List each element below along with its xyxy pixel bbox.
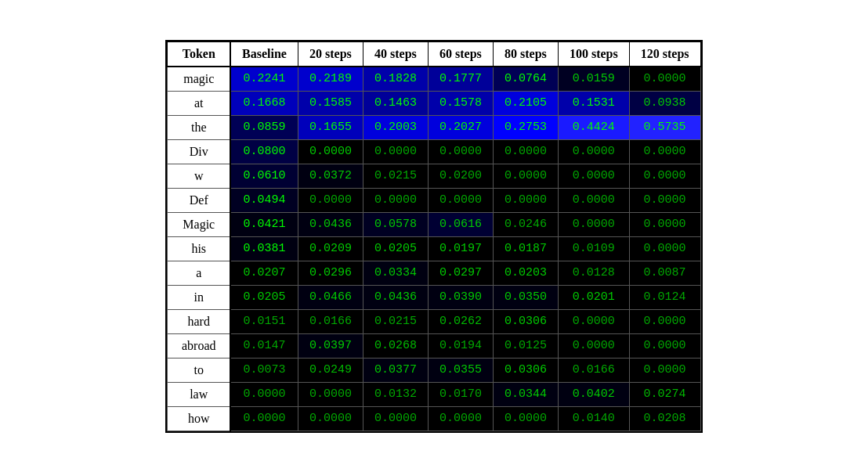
cell-10-3: 0.0262 xyxy=(428,309,493,333)
cell-10-4: 0.0306 xyxy=(493,309,558,333)
cell-5-2: 0.0000 xyxy=(363,188,428,212)
cell-6-2: 0.0578 xyxy=(363,212,428,236)
cell-12-5: 0.0166 xyxy=(558,358,629,382)
cell-7-0: 0.0381 xyxy=(230,236,298,261)
table-row: in0.02050.04660.04360.03900.03500.02010.… xyxy=(168,285,700,309)
cell-11-4: 0.0125 xyxy=(493,333,558,358)
cell-12-0: 0.0073 xyxy=(230,358,298,382)
cell-14-4: 0.0000 xyxy=(493,406,558,431)
cell-10-0: 0.0151 xyxy=(230,309,298,333)
table-row: Magic0.04210.04360.05780.06160.02460.000… xyxy=(168,212,700,236)
token-law: law xyxy=(168,382,230,406)
header-baseline: Baseline xyxy=(230,41,298,67)
token-Def: Def xyxy=(168,188,230,212)
table-row: Div0.08000.00000.00000.00000.00000.00000… xyxy=(168,139,700,164)
token-at: at xyxy=(168,91,230,115)
cell-4-3: 0.0200 xyxy=(428,164,493,188)
cell-0-1: 0.2189 xyxy=(298,67,363,92)
cell-6-5: 0.0000 xyxy=(558,212,629,236)
cell-12-3: 0.0355 xyxy=(428,358,493,382)
cell-10-1: 0.0166 xyxy=(298,309,363,333)
cell-5-3: 0.0000 xyxy=(428,188,493,212)
table-row: Def0.04940.00000.00000.00000.00000.00000… xyxy=(168,188,700,212)
token-the: the xyxy=(168,115,230,139)
cell-11-1: 0.0397 xyxy=(298,333,363,358)
cell-13-0: 0.0000 xyxy=(230,382,298,406)
cell-3-6: 0.0000 xyxy=(629,139,700,164)
cell-2-2: 0.2003 xyxy=(363,115,428,139)
cell-5-4: 0.0000 xyxy=(493,188,558,212)
token-to: to xyxy=(168,358,230,382)
table-wrapper: TokenBaseline20 steps40 steps60 steps80 … xyxy=(165,40,702,433)
cell-14-1: 0.0000 xyxy=(298,406,363,431)
cell-12-4: 0.0306 xyxy=(493,358,558,382)
cell-3-0: 0.0800 xyxy=(230,139,298,164)
cell-0-5: 0.0159 xyxy=(558,67,629,92)
table-row: his0.03810.02090.02050.01970.01870.01090… xyxy=(168,236,700,261)
table-row: law0.00000.00000.01320.01700.03440.04020… xyxy=(168,382,700,406)
cell-1-4: 0.2105 xyxy=(493,91,558,115)
cell-13-2: 0.0132 xyxy=(363,382,428,406)
cell-11-0: 0.0147 xyxy=(230,333,298,358)
token-w: w xyxy=(168,164,230,188)
cell-11-6: 0.0000 xyxy=(629,333,700,358)
cell-1-0: 0.1668 xyxy=(230,91,298,115)
cell-4-1: 0.0372 xyxy=(298,164,363,188)
cell-12-2: 0.0377 xyxy=(363,358,428,382)
cell-9-0: 0.0205 xyxy=(230,285,298,309)
cell-2-6: 0.5735 xyxy=(629,115,700,139)
table-row: w0.06100.03720.02150.02000.00000.00000.0… xyxy=(168,164,700,188)
cell-9-6: 0.0124 xyxy=(629,285,700,309)
cell-5-5: 0.0000 xyxy=(558,188,629,212)
cell-3-1: 0.0000 xyxy=(298,139,363,164)
cell-8-4: 0.0203 xyxy=(493,261,558,285)
cell-1-1: 0.1585 xyxy=(298,91,363,115)
cell-8-5: 0.0128 xyxy=(558,261,629,285)
header-100-steps: 100 steps xyxy=(558,41,629,67)
cell-6-3: 0.0616 xyxy=(428,212,493,236)
cell-13-6: 0.0274 xyxy=(629,382,700,406)
cell-1-6: 0.0938 xyxy=(629,91,700,115)
table-row: a0.02070.02960.03340.02970.02030.01280.0… xyxy=(168,261,700,285)
cell-8-2: 0.0334 xyxy=(363,261,428,285)
cell-5-0: 0.0494 xyxy=(230,188,298,212)
table-row: the0.08590.16550.20030.20270.27530.44240… xyxy=(168,115,700,139)
cell-3-5: 0.0000 xyxy=(558,139,629,164)
cell-10-2: 0.0215 xyxy=(363,309,428,333)
token-Magic: Magic xyxy=(168,212,230,236)
cell-0-0: 0.2241 xyxy=(230,67,298,92)
cell-7-6: 0.0000 xyxy=(629,236,700,261)
cell-8-3: 0.0297 xyxy=(428,261,493,285)
data-table: TokenBaseline20 steps40 steps60 steps80 … xyxy=(167,41,700,431)
token-hard: hard xyxy=(168,309,230,333)
cell-3-2: 0.0000 xyxy=(363,139,428,164)
table-row: how0.00000.00000.00000.00000.00000.01400… xyxy=(168,406,700,431)
cell-9-5: 0.0201 xyxy=(558,285,629,309)
cell-1-3: 0.1578 xyxy=(428,91,493,115)
cell-11-5: 0.0000 xyxy=(558,333,629,358)
cell-4-0: 0.0610 xyxy=(230,164,298,188)
cell-13-4: 0.0344 xyxy=(493,382,558,406)
cell-2-3: 0.2027 xyxy=(428,115,493,139)
cell-0-6: 0.0000 xyxy=(629,67,700,92)
header-80-steps: 80 steps xyxy=(493,41,558,67)
cell-6-4: 0.0246 xyxy=(493,212,558,236)
header-token: Token xyxy=(168,41,230,67)
cell-10-6: 0.0000 xyxy=(629,309,700,333)
table-row: at0.16680.15850.14630.15780.21050.15310.… xyxy=(168,91,700,115)
cell-4-2: 0.0215 xyxy=(363,164,428,188)
header-120-steps: 120 steps xyxy=(629,41,700,67)
table-row: abroad0.01470.03970.02680.01940.01250.00… xyxy=(168,333,700,358)
cell-1-5: 0.1531 xyxy=(558,91,629,115)
cell-2-1: 0.1655 xyxy=(298,115,363,139)
token-how: how xyxy=(168,406,230,431)
cell-8-6: 0.0087 xyxy=(629,261,700,285)
cell-7-3: 0.0197 xyxy=(428,236,493,261)
cell-4-6: 0.0000 xyxy=(629,164,700,188)
token-abroad: abroad xyxy=(168,333,230,358)
cell-9-2: 0.0436 xyxy=(363,285,428,309)
cell-14-3: 0.0000 xyxy=(428,406,493,431)
cell-7-4: 0.0187 xyxy=(493,236,558,261)
table-row: hard0.01510.01660.02150.02620.03060.0000… xyxy=(168,309,700,333)
token-a: a xyxy=(168,261,230,285)
